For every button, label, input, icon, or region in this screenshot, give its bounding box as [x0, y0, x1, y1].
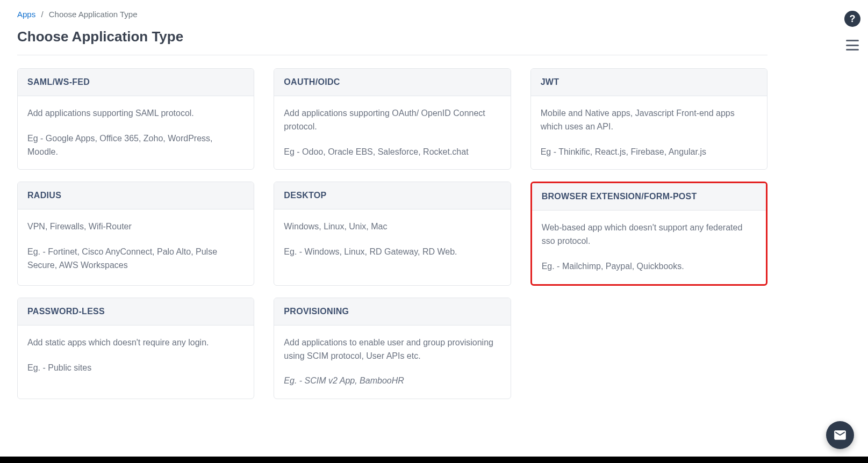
card-description: Add applications supporting OAuth/ OpenI…: [284, 107, 500, 134]
card-header: JWT: [531, 69, 767, 96]
card-example: Eg - Google Apps, Office 365, Zoho, Word…: [27, 132, 244, 159]
card-body: Mobile and Native apps, Javascript Front…: [531, 96, 767, 169]
card-description: Mobile and Native apps, Javascript Front…: [541, 107, 757, 134]
card-body: Add static apps which doesn't require an…: [18, 325, 254, 399]
card-body: Add applications to enable user and grou…: [274, 325, 510, 399]
right-rail: ?: [844, 11, 860, 50]
card-header: BROWSER EXTENSION/FORM-POST: [532, 183, 766, 211]
breadcrumb-separator: /: [41, 10, 43, 19]
help-button[interactable]: ?: [844, 11, 860, 27]
card-header: SAML/WS-FED: [18, 69, 254, 96]
card-description: Windows, Linux, Unix, Mac: [284, 220, 500, 234]
app-type-card[interactable]: BROWSER EXTENSION/FORM-POSTWeb-based app…: [530, 182, 767, 285]
card-header: PROVISIONING: [274, 298, 510, 325]
breadcrumb-current: Choose Application Type: [49, 10, 138, 19]
app-type-card[interactable]: OAUTH/OIDCAdd applications supporting OA…: [274, 68, 511, 170]
help-icon: ?: [850, 13, 856, 25]
card-example: Eg. - SCIM v2 App, BambooHR: [284, 374, 500, 388]
breadcrumb-root-link[interactable]: Apps: [17, 10, 35, 19]
breadcrumb: Apps / Choose Application Type: [17, 10, 767, 19]
card-body: Web-based app which doesn't support any …: [532, 211, 766, 284]
hamburger-icon: [846, 49, 859, 50]
card-header: RADIUS: [18, 182, 254, 209]
bottom-bar: [0, 457, 868, 463]
app-type-card[interactable]: JWTMobile and Native apps, Javascript Fr…: [530, 68, 767, 170]
divider: [17, 55, 767, 55]
card-description: VPN, Firewalls, Wifi-Router: [27, 220, 244, 234]
card-body: Add applications supporting OAuth/ OpenI…: [274, 96, 510, 169]
card-body: Windows, Linux, Unix, MacEg. - Windows, …: [274, 209, 510, 285]
app-type-card[interactable]: PASSWORD-LESSAdd static apps which doesn…: [17, 298, 254, 399]
app-type-card[interactable]: PROVISIONINGAdd applications to enable u…: [274, 298, 511, 399]
card-body: Add applications supporting SAML protoco…: [18, 96, 254, 169]
app-type-card[interactable]: RADIUSVPN, Firewalls, Wifi-RouterEg. - F…: [17, 182, 254, 285]
hamburger-menu-button[interactable]: [846, 40, 859, 50]
card-example: Eg - Odoo, Oracle EBS, Salesforce, Rocke…: [284, 146, 500, 159]
card-body: VPN, Firewalls, Wifi-RouterEg. - Fortine…: [18, 209, 254, 285]
card-description: Add applications to enable user and grou…: [284, 336, 500, 363]
card-header: OAUTH/OIDC: [274, 69, 510, 96]
card-header: PASSWORD-LESS: [18, 298, 254, 325]
hamburger-icon: [846, 40, 859, 41]
card-example: Eg. - Fortinet, Cisco AnyConnect, Palo A…: [27, 245, 244, 272]
card-example: Eg. - Windows, Linux, RD Gateway, RD Web…: [284, 245, 500, 259]
card-example: Eg. - Mailchimp, Paypal, Quickbooks.: [542, 260, 756, 273]
app-type-grid: SAML/WS-FEDAdd applications supporting S…: [17, 68, 767, 399]
card-description: Web-based app which doesn't support any …: [542, 221, 756, 248]
hamburger-icon: [846, 45, 859, 46]
page-title: Choose Application Type: [17, 28, 767, 45]
card-example: Eg - Thinkific, React.js, Firebase, Angu…: [541, 146, 757, 159]
card-description: Add applications supporting SAML protoco…: [27, 107, 244, 120]
chat-fab-button[interactable]: [826, 421, 854, 449]
card-header: DESKTOP: [274, 182, 510, 209]
app-type-card[interactable]: DESKTOPWindows, Linux, Unix, MacEg. - Wi…: [274, 182, 511, 285]
mail-icon: [833, 428, 847, 442]
app-type-card[interactable]: SAML/WS-FEDAdd applications supporting S…: [17, 68, 254, 170]
card-example: Eg. - Public sites: [27, 361, 244, 375]
card-description: Add static apps which doesn't require an…: [27, 336, 244, 350]
